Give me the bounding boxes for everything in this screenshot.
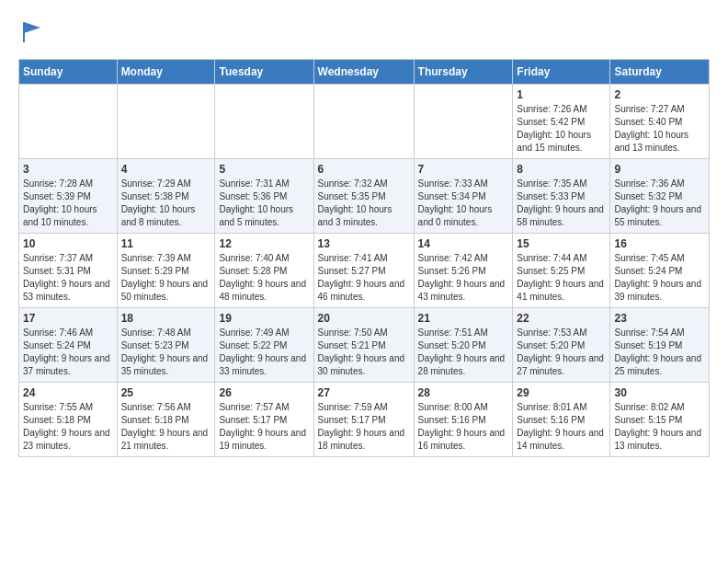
calendar-week-row: 1Sunrise: 7:26 AM Sunset: 5:42 PM Daylig… xyxy=(19,85,710,159)
day-number: 14 xyxy=(418,237,509,250)
calendar-week-row: 3Sunrise: 7:28 AM Sunset: 5:39 PM Daylig… xyxy=(19,159,710,234)
day-number: 1 xyxy=(517,88,606,101)
calendar-cell: 19Sunrise: 7:49 AM Sunset: 5:22 PM Dayli… xyxy=(215,308,313,383)
day-info: Sunrise: 7:48 AM Sunset: 5:23 PM Dayligh… xyxy=(121,327,211,378)
day-number: 3 xyxy=(23,163,113,176)
calendar-cell: 2Sunrise: 7:27 AM Sunset: 5:40 PM Daylig… xyxy=(610,85,710,159)
day-number: 29 xyxy=(517,386,606,399)
day-info: Sunrise: 7:42 AM Sunset: 5:26 PM Dayligh… xyxy=(418,252,509,304)
calendar-week-row: 17Sunrise: 7:46 AM Sunset: 5:24 PM Dayli… xyxy=(19,308,710,383)
day-info: Sunrise: 7:29 AM Sunset: 5:38 PM Dayligh… xyxy=(121,178,211,229)
calendar-cell xyxy=(313,85,414,159)
day-number: 7 xyxy=(418,163,509,176)
column-header-sunday: Sunday xyxy=(19,60,118,85)
day-number: 24 xyxy=(23,386,113,399)
day-info: Sunrise: 7:33 AM Sunset: 5:34 PM Dayligh… xyxy=(418,178,509,229)
day-info: Sunrise: 7:26 AM Sunset: 5:42 PM Dayligh… xyxy=(517,103,606,155)
calendar-cell: 18Sunrise: 7:48 AM Sunset: 5:23 PM Dayli… xyxy=(117,308,215,383)
day-number: 10 xyxy=(23,237,113,250)
calendar-cell: 5Sunrise: 7:31 AM Sunset: 5:36 PM Daylig… xyxy=(215,159,313,234)
day-number: 22 xyxy=(517,312,606,325)
column-header-wednesday: Wednesday xyxy=(313,60,414,85)
day-info: Sunrise: 8:01 AM Sunset: 5:16 PM Dayligh… xyxy=(517,401,606,453)
day-number: 19 xyxy=(219,312,309,325)
calendar-week-row: 24Sunrise: 7:55 AM Sunset: 5:18 PM Dayli… xyxy=(19,383,710,457)
day-info: Sunrise: 7:41 AM Sunset: 5:27 PM Dayligh… xyxy=(318,252,410,304)
day-number: 21 xyxy=(418,312,509,325)
day-info: Sunrise: 7:53 AM Sunset: 5:20 PM Dayligh… xyxy=(517,327,606,378)
page-header xyxy=(18,18,710,44)
day-info: Sunrise: 7:46 AM Sunset: 5:24 PM Dayligh… xyxy=(23,327,113,378)
calendar-cell: 21Sunrise: 7:51 AM Sunset: 5:20 PM Dayli… xyxy=(414,308,513,383)
calendar-cell: 25Sunrise: 7:56 AM Sunset: 5:18 PM Dayli… xyxy=(117,383,215,457)
day-number: 16 xyxy=(614,237,705,250)
logo xyxy=(18,18,46,44)
day-number: 15 xyxy=(517,237,606,250)
day-number: 9 xyxy=(614,163,705,176)
day-info: Sunrise: 7:28 AM Sunset: 5:39 PM Dayligh… xyxy=(23,178,113,229)
calendar-cell: 27Sunrise: 7:59 AM Sunset: 5:17 PM Dayli… xyxy=(313,383,414,457)
calendar-cell: 28Sunrise: 8:00 AM Sunset: 5:16 PM Dayli… xyxy=(414,383,513,457)
column-header-monday: Monday xyxy=(117,60,215,85)
day-info: Sunrise: 7:37 AM Sunset: 5:31 PM Dayligh… xyxy=(23,252,113,304)
day-number: 12 xyxy=(219,237,309,250)
calendar-table: SundayMondayTuesdayWednesdayThursdayFrid… xyxy=(18,59,710,457)
calendar-cell: 7Sunrise: 7:33 AM Sunset: 5:34 PM Daylig… xyxy=(414,159,513,234)
calendar-cell xyxy=(414,85,513,159)
svg-marker-0 xyxy=(24,22,40,33)
day-info: Sunrise: 7:55 AM Sunset: 5:18 PM Dayligh… xyxy=(23,401,113,453)
calendar-cell: 13Sunrise: 7:41 AM Sunset: 5:27 PM Dayli… xyxy=(313,234,414,308)
day-number: 20 xyxy=(318,312,410,325)
calendar-cell: 22Sunrise: 7:53 AM Sunset: 5:20 PM Dayli… xyxy=(513,308,610,383)
day-number: 27 xyxy=(318,386,410,399)
calendar-cell: 26Sunrise: 7:57 AM Sunset: 5:17 PM Dayli… xyxy=(215,383,313,457)
day-info: Sunrise: 7:31 AM Sunset: 5:36 PM Dayligh… xyxy=(219,178,309,229)
day-info: Sunrise: 7:45 AM Sunset: 5:24 PM Dayligh… xyxy=(614,252,705,304)
day-number: 5 xyxy=(219,163,309,176)
day-info: Sunrise: 7:57 AM Sunset: 5:17 PM Dayligh… xyxy=(219,401,309,453)
day-number: 6 xyxy=(318,163,410,176)
day-info: Sunrise: 7:54 AM Sunset: 5:19 PM Dayligh… xyxy=(614,327,705,378)
day-number: 8 xyxy=(517,163,606,176)
day-info: Sunrise: 7:49 AM Sunset: 5:22 PM Dayligh… xyxy=(219,327,309,378)
day-info: Sunrise: 7:44 AM Sunset: 5:25 PM Dayligh… xyxy=(517,252,606,304)
day-number: 25 xyxy=(121,386,211,399)
calendar-cell: 1Sunrise: 7:26 AM Sunset: 5:42 PM Daylig… xyxy=(513,85,610,159)
calendar-cell: 3Sunrise: 7:28 AM Sunset: 5:39 PM Daylig… xyxy=(19,159,118,234)
logo-flag-icon xyxy=(20,18,46,44)
calendar-cell xyxy=(117,85,215,159)
calendar-cell: 14Sunrise: 7:42 AM Sunset: 5:26 PM Dayli… xyxy=(414,234,513,308)
day-info: Sunrise: 7:27 AM Sunset: 5:40 PM Dayligh… xyxy=(614,103,705,155)
day-info: Sunrise: 7:32 AM Sunset: 5:35 PM Dayligh… xyxy=(318,178,410,229)
calendar-cell: 24Sunrise: 7:55 AM Sunset: 5:18 PM Dayli… xyxy=(19,383,118,457)
calendar-cell: 4Sunrise: 7:29 AM Sunset: 5:38 PM Daylig… xyxy=(117,159,215,234)
day-number: 2 xyxy=(614,88,705,101)
day-number: 26 xyxy=(219,386,309,399)
calendar-cell: 16Sunrise: 7:45 AM Sunset: 5:24 PM Dayli… xyxy=(610,234,710,308)
day-info: Sunrise: 7:39 AM Sunset: 5:29 PM Dayligh… xyxy=(121,252,211,304)
day-info: Sunrise: 7:36 AM Sunset: 5:32 PM Dayligh… xyxy=(614,178,705,229)
day-number: 11 xyxy=(121,237,211,250)
day-info: Sunrise: 7:35 AM Sunset: 5:33 PM Dayligh… xyxy=(517,178,606,229)
day-number: 13 xyxy=(318,237,410,250)
calendar-cell: 29Sunrise: 8:01 AM Sunset: 5:16 PM Dayli… xyxy=(513,383,610,457)
day-number: 4 xyxy=(121,163,211,176)
column-header-thursday: Thursday xyxy=(414,60,513,85)
day-info: Sunrise: 7:51 AM Sunset: 5:20 PM Dayligh… xyxy=(418,327,509,378)
calendar-cell xyxy=(19,85,118,159)
calendar-cell: 6Sunrise: 7:32 AM Sunset: 5:35 PM Daylig… xyxy=(313,159,414,234)
day-info: Sunrise: 8:00 AM Sunset: 5:16 PM Dayligh… xyxy=(418,401,509,453)
day-number: 30 xyxy=(614,386,705,399)
day-number: 17 xyxy=(23,312,113,325)
calendar-cell: 11Sunrise: 7:39 AM Sunset: 5:29 PM Dayli… xyxy=(117,234,215,308)
calendar-cell: 20Sunrise: 7:50 AM Sunset: 5:21 PM Dayli… xyxy=(313,308,414,383)
calendar-cell: 30Sunrise: 8:02 AM Sunset: 5:15 PM Dayli… xyxy=(610,383,710,457)
column-header-tuesday: Tuesday xyxy=(215,60,313,85)
calendar-cell: 10Sunrise: 7:37 AM Sunset: 5:31 PM Dayli… xyxy=(19,234,118,308)
calendar-header-row: SundayMondayTuesdayWednesdayThursdayFrid… xyxy=(19,60,710,85)
day-info: Sunrise: 7:59 AM Sunset: 5:17 PM Dayligh… xyxy=(318,401,410,453)
day-info: Sunrise: 7:50 AM Sunset: 5:21 PM Dayligh… xyxy=(318,327,410,378)
day-info: Sunrise: 7:40 AM Sunset: 5:28 PM Dayligh… xyxy=(219,252,309,304)
calendar-cell: 12Sunrise: 7:40 AM Sunset: 5:28 PM Dayli… xyxy=(215,234,313,308)
calendar-cell: 15Sunrise: 7:44 AM Sunset: 5:25 PM Dayli… xyxy=(513,234,610,308)
